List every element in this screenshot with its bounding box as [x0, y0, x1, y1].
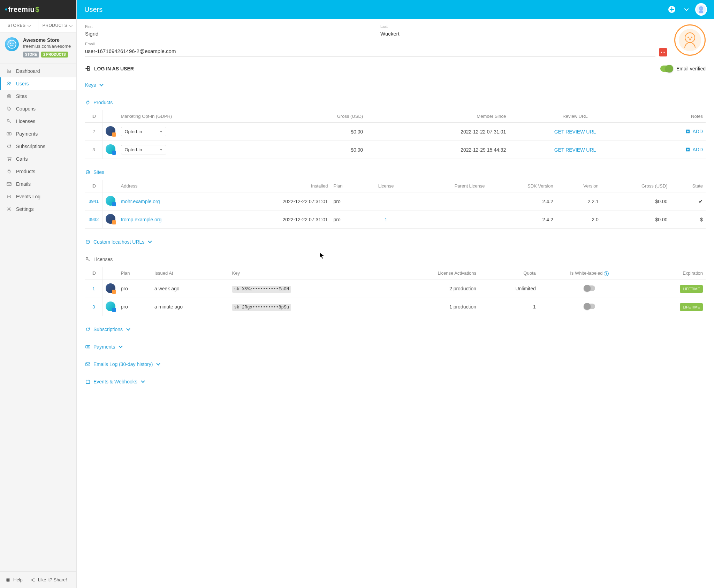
last-name-input[interactable]	[380, 29, 667, 39]
product-icon	[106, 126, 115, 136]
svg-rect-12	[7, 183, 11, 186]
site-row: 3941 mohr.example.org 2022-12-22 07:31:0…	[85, 192, 706, 211]
svg-point-3	[8, 82, 9, 83]
svg-point-13	[8, 196, 10, 197]
chevron-down-icon	[119, 344, 123, 348]
gear-icon	[6, 206, 12, 212]
chevron-down-icon	[27, 23, 31, 27]
license-row: 3 pro a minute ago sk_2Rgx••••••••••8pSu…	[85, 298, 706, 316]
user-avatar[interactable]	[696, 4, 706, 15]
section-licenses[interactable]: Licenses	[85, 255, 706, 264]
state-dollar-icon: $	[670, 211, 706, 229]
nav-products[interactable]: Products	[0, 165, 76, 178]
sites-table: ID Address Installed Plan License Parent…	[85, 180, 706, 229]
section-custom-urls[interactable]: Custom localhost URLs	[85, 238, 706, 246]
svg-point-23	[700, 8, 701, 8]
svg-point-10	[8, 160, 9, 161]
site-id-link[interactable]: 3941	[89, 199, 99, 204]
first-name-field: First	[85, 24, 372, 39]
logo: •freemiu$	[5, 6, 39, 14]
nav-payments[interactable]: Payments	[0, 128, 76, 140]
store-card[interactable]: Awesome Store freemius.com/awesome STORE…	[0, 32, 76, 63]
nav-events[interactable]: Events Log	[0, 190, 76, 203]
add-button[interactable]	[667, 4, 677, 15]
license-id-link[interactable]: 3	[92, 304, 95, 310]
section-products[interactable]: Products	[85, 98, 706, 107]
add-note-button[interactable]: ADD	[685, 147, 703, 152]
white-label-toggle[interactable]	[584, 285, 595, 291]
site-row: 3932 tromp.example.org 2022-12-22 07:31:…	[85, 211, 706, 229]
more-actions-button[interactable]: ⋯	[659, 48, 667, 56]
email-input[interactable]	[85, 46, 655, 56]
dropdown-toggle[interactable]	[681, 4, 692, 15]
login-as-user-button[interactable]: LOG IN AS USER	[85, 66, 134, 71]
sidebar-footer: Help Like it? Share!	[0, 571, 76, 588]
mail-icon	[6, 181, 12, 187]
svg-point-14	[8, 208, 10, 210]
chart-icon	[6, 68, 12, 74]
section-keys[interactable]: Keys	[85, 81, 706, 89]
license-key[interactable]: sk_2Rgx••••••••••8pSu	[232, 304, 291, 311]
lifetime-badge: LIFETIME	[680, 303, 703, 311]
first-name-input[interactable]	[85, 29, 372, 39]
product-icon	[106, 301, 115, 311]
chevron-down-icon	[157, 361, 160, 365]
license-id-link[interactable]: 1	[92, 286, 95, 291]
nav-emails[interactable]: Emails	[0, 178, 76, 190]
nav-settings[interactable]: Settings	[0, 203, 76, 215]
nav-subscriptions[interactable]: Subscriptions	[0, 140, 76, 153]
section-sites[interactable]: Sites	[85, 168, 706, 176]
license-link[interactable]: 1	[385, 217, 387, 222]
svg-point-15	[6, 578, 10, 582]
svg-point-9	[8, 133, 10, 135]
share-link[interactable]: Like it? Share!	[28, 576, 70, 584]
section-subscriptions[interactable]: Subscriptions	[85, 325, 706, 334]
nav-dashboard[interactable]: Dashboard	[0, 65, 76, 77]
users-icon	[6, 81, 12, 86]
nav-users[interactable]: Users	[0, 77, 76, 90]
site-address-link[interactable]: tromp.example.org	[121, 217, 162, 222]
optin-select[interactable]: Opted-in	[121, 127, 166, 136]
store-name: Awesome Store	[23, 37, 71, 43]
lifetime-badge: LIFETIME	[680, 285, 703, 293]
tag-icon	[6, 106, 12, 112]
svg-rect-36	[86, 345, 90, 348]
nav-sites[interactable]: Sites	[0, 90, 76, 102]
help-link[interactable]: Help	[3, 576, 25, 584]
tab-stores[interactable]: STORES	[0, 19, 38, 32]
chevron-down-icon	[141, 379, 145, 383]
section-emails-log[interactable]: Emails Log (30-day history)	[85, 360, 706, 368]
svg-point-29	[691, 37, 692, 38]
svg-rect-25	[699, 10, 703, 13]
svg-point-0	[8, 40, 16, 48]
email-verified-toggle[interactable]: Email verified	[660, 66, 706, 72]
optin-select[interactable]: Opted-in	[121, 145, 166, 154]
review-url-link[interactable]: GET REVIEW URL	[554, 147, 596, 153]
nav-coupons[interactable]: Coupons	[0, 102, 76, 115]
site-address-link[interactable]: mohr.example.org	[121, 199, 160, 204]
money-icon	[85, 344, 91, 350]
white-label-toggle[interactable]	[584, 304, 595, 309]
svg-rect-39	[86, 380, 90, 383]
page-title: Users	[84, 6, 102, 14]
store-avatar-icon	[5, 37, 19, 51]
product-row: 2 Opted-in $0.00 2022-12-22 07:31:01 GET…	[85, 123, 706, 141]
tab-products[interactable]: PRODUCTS	[38, 19, 76, 32]
licenses-table: ID Plan Issued At Key License Activation…	[85, 267, 706, 316]
nav: Dashboard Users Sites Coupons Licenses P…	[0, 63, 76, 571]
section-payments[interactable]: Payments	[85, 343, 706, 351]
login-icon	[85, 66, 91, 71]
site-id-link[interactable]: 3932	[89, 217, 99, 222]
review-url-link[interactable]: GET REVIEW URL	[554, 129, 596, 135]
logo-bar: •freemiu$	[0, 0, 76, 19]
mail-icon	[85, 361, 91, 367]
help-icon[interactable]: ?	[604, 271, 609, 276]
product-icon	[106, 214, 115, 224]
add-note-button[interactable]: ADD	[685, 129, 703, 134]
nav-carts[interactable]: Carts	[0, 153, 76, 165]
product-icon	[106, 196, 115, 206]
topbar: Users	[77, 0, 714, 19]
section-events[interactable]: Events & Webhooks	[85, 377, 706, 386]
nav-licenses[interactable]: Licenses	[0, 115, 76, 128]
license-key[interactable]: sk_X&%z••••••••••EaON	[232, 286, 291, 293]
